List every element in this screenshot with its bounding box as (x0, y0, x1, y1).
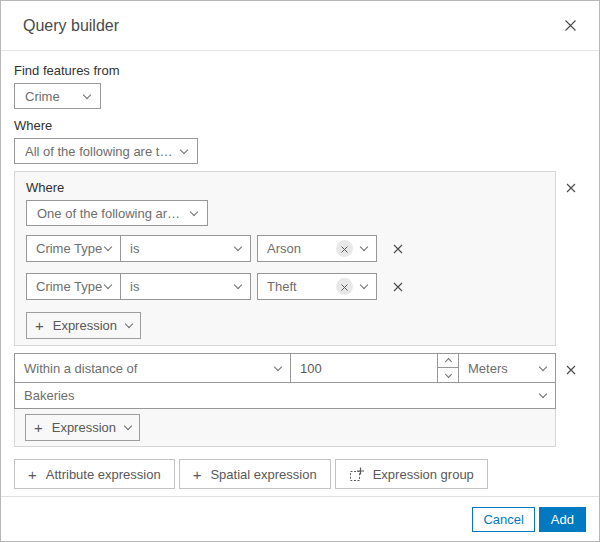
cancel-button[interactable]: Cancel (472, 507, 534, 532)
page-title: Query builder (23, 17, 119, 35)
plus-icon: + (193, 467, 202, 482)
remove-value-button[interactable] (336, 278, 353, 295)
match-operator-value: All of the following are true (25, 144, 173, 159)
match-operator-select[interactable]: All of the following are true (14, 138, 198, 164)
find-features-label: Find features from (14, 63, 586, 78)
expression-group-label: Expression group (373, 467, 474, 482)
query-builder-dialog: Query builder Find features from Crime W… (0, 0, 600, 542)
distance-field-wrap (290, 353, 438, 383)
remove-group-icon (566, 183, 576, 193)
attribute-expression-label: Attribute expression (46, 467, 161, 482)
spatial-expression-group: Within a distance of (14, 353, 556, 447)
chevron-up-icon (444, 358, 451, 365)
dialog-body: Find features from Crime Where All of th… (1, 51, 599, 496)
dialog-header: Query builder (1, 1, 599, 51)
add-expression-button[interactable]: + Expression (25, 414, 140, 441)
close-icon (564, 19, 577, 32)
remove-group-button[interactable] (556, 357, 586, 383)
unit-select-value: Meters (468, 361, 508, 376)
expression-toolbar: + Attribute expression + Spatial express… (14, 459, 586, 489)
chevron-down-icon (104, 281, 112, 289)
chevron-down-icon (444, 370, 451, 377)
remove-value-icon (341, 279, 348, 294)
dialog-footer: Cancel Add (1, 496, 599, 541)
value-select[interactable]: Arson (257, 235, 377, 262)
spatial-layer-row: Bakeries (14, 382, 556, 409)
stepper-down-button[interactable] (438, 368, 458, 382)
field-select-value: Crime Type (36, 241, 102, 256)
chevron-down-icon (125, 320, 133, 328)
remove-value-icon (341, 241, 348, 256)
plus-icon: + (34, 420, 43, 435)
add-attribute-expression-button[interactable]: + Attribute expression (14, 459, 175, 489)
remove-expression-button[interactable] (385, 236, 411, 262)
stepper-up-button[interactable] (438, 354, 458, 368)
remove-value-button[interactable] (336, 240, 353, 257)
operator-select[interactable]: is (120, 273, 251, 300)
spatial-operator-select[interactable]: Within a distance of (14, 353, 291, 383)
attribute-group-wrapper: Where One of the following are tr… Crime… (14, 171, 586, 346)
expression-row: Crime Type is Theft (26, 273, 544, 300)
unit-select[interactable]: Meters (458, 353, 556, 383)
group-match-operator-value: One of the following are tr… (37, 206, 183, 221)
add-expression-label: Expression (53, 318, 117, 333)
expression-row: Crime Type is Arson (26, 235, 544, 262)
value-select-value: Theft (267, 279, 297, 294)
add-expression-button[interactable]: + Expression (26, 312, 141, 339)
chevron-down-icon (180, 145, 188, 153)
spatial-expression-label: Spatial expression (210, 467, 316, 482)
operator-select-value: is (130, 241, 139, 256)
where-label: Where (14, 118, 586, 133)
remove-expression-button[interactable] (385, 274, 411, 300)
chevron-down-icon (274, 362, 282, 370)
layer-select[interactable]: Crime (14, 83, 101, 109)
chevron-down-icon (83, 90, 91, 98)
spatial-expression-row: Within a distance of (14, 353, 556, 383)
plus-icon: + (28, 467, 37, 482)
chevron-down-icon (539, 390, 547, 398)
chevron-down-icon (190, 207, 198, 215)
add-spatial-expression-button[interactable]: + Spatial expression (179, 459, 331, 489)
spatial-operator-value: Within a distance of (24, 361, 137, 376)
spatial-group-footer: + Expression (14, 409, 556, 447)
field-select-value: Crime Type (36, 279, 102, 294)
value-select-value: Arson (267, 241, 301, 256)
value-select[interactable]: Theft (257, 273, 377, 300)
distance-input[interactable] (291, 354, 437, 382)
add-expression-group-button[interactable]: Expression group (335, 459, 488, 489)
remove-expression-icon (393, 282, 403, 292)
spatial-group-wrapper: Within a distance of (14, 353, 586, 447)
chevron-down-icon (104, 243, 112, 251)
close-button[interactable] (562, 17, 579, 34)
plus-icon: + (35, 318, 44, 333)
chevron-down-icon (124, 422, 132, 430)
field-select[interactable]: Crime Type (26, 235, 121, 262)
group-match-operator-select[interactable]: One of the following are tr… (26, 200, 208, 226)
add-button[interactable]: Add (539, 507, 586, 532)
field-select[interactable]: Crime Type (26, 273, 121, 300)
spatial-layer-value: Bakeries (24, 388, 75, 403)
add-expression-label: Expression (52, 420, 116, 435)
expression-group-icon (349, 467, 364, 482)
chevron-down-icon (539, 362, 547, 370)
chevron-down-icon (360, 281, 368, 289)
remove-group-icon (566, 365, 576, 375)
remove-group-button[interactable] (556, 175, 586, 201)
distance-stepper (437, 353, 459, 383)
attribute-expression-group: Where One of the following are tr… Crime… (14, 171, 556, 346)
spatial-layer-select[interactable]: Bakeries (14, 382, 556, 409)
chevron-down-icon (234, 243, 242, 251)
group-where-label: Where (26, 180, 544, 195)
remove-expression-icon (393, 244, 403, 254)
layer-select-value: Crime (25, 89, 60, 104)
chevron-down-icon (234, 281, 242, 289)
chevron-down-icon (360, 243, 368, 251)
operator-select-value: is (130, 279, 139, 294)
operator-select[interactable]: is (120, 235, 251, 262)
